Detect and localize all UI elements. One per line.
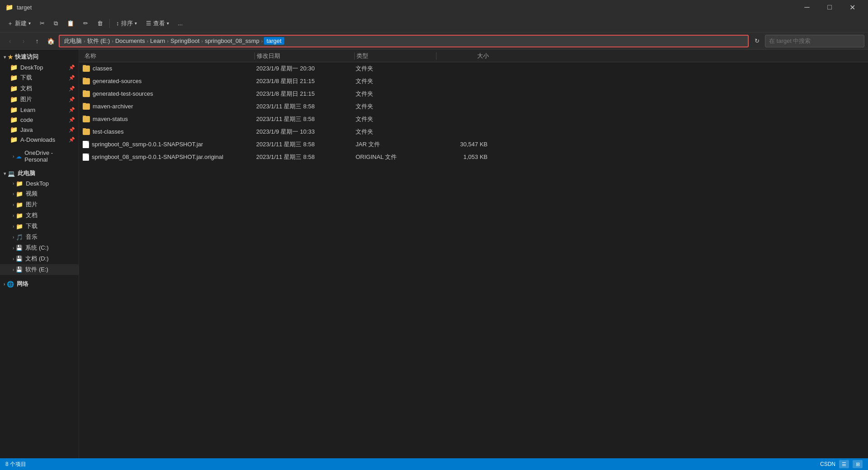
rename-icon: ✏	[83, 20, 88, 27]
sidebar-thispc-music[interactable]: › 🎵 音乐	[0, 232, 79, 242]
folder-icon-maven-status	[83, 116, 90, 122]
sidebar-item-learn[interactable]: 📁 Learn 📌	[0, 105, 79, 115]
thispc-drive-d-icon: 💾	[16, 256, 23, 262]
table-row[interactable]: test-classes 2023/1/9 星期一 10:33 文件夹	[79, 126, 868, 138]
search-input[interactable]	[765, 35, 864, 47]
minimize-button[interactable]: ─	[797, 0, 817, 14]
breadcrumb-learn[interactable]: Learn	[149, 37, 166, 44]
more-button[interactable]: ...	[174, 18, 187, 28]
sidebar-item-code[interactable]: 📁 code 📌	[0, 115, 79, 125]
file-date: 2023/1/11 星期三 8:58	[254, 140, 354, 149]
file-name-text: generated-test-sources	[93, 90, 153, 97]
column-date[interactable]: 修改日期	[255, 52, 354, 60]
sidebar-thispc-desktop[interactable]: › 📁 DeskTop	[0, 179, 79, 188]
sidebar-thispc-header[interactable]: ▾ 💻 此电脑	[0, 168, 79, 179]
breadcrumb-documents[interactable]: Documents	[114, 37, 146, 44]
maximize-button[interactable]: □	[819, 0, 840, 14]
forward-button[interactable]: ›	[17, 35, 30, 47]
network-icon: 🌐	[7, 281, 14, 288]
pin-icon-code: 📌	[69, 117, 75, 123]
sidebar-item-desktop[interactable]: 📁 DeskTop 📌	[0, 62, 79, 72]
table-row[interactable]: classes 2023/1/9 星期一 20:30 文件夹	[79, 62, 868, 75]
column-size[interactable]: 大小	[436, 52, 491, 60]
thispc-video-icon: 📁	[16, 191, 23, 197]
table-row[interactable]: generated-test-sources 2023/1/8 星期日 21:1…	[79, 88, 868, 100]
network-chevron-icon: ›	[4, 282, 5, 287]
thispc-chevron-icon: ▾	[4, 171, 6, 176]
pin-icon-downloads: 📌	[69, 75, 75, 81]
thispc-drive-e-expand-icon: ›	[13, 267, 14, 272]
thispc-drive-d-label: 文档 (D:)	[25, 255, 48, 263]
sidebar-item-pictures[interactable]: 📁 图片 📌	[0, 94, 79, 105]
thispc-drive-d-expand-icon: ›	[13, 256, 14, 261]
sidebar-item-docs[interactable]: 📁 文档 📌	[0, 83, 79, 94]
close-button[interactable]: ✕	[842, 0, 863, 14]
sidebar-onedrive[interactable]: › ☁ OneDrive - Personal	[0, 148, 79, 164]
sidebar-item-java[interactable]: 📁 Java 📌	[0, 125, 79, 135]
learn-folder-icon: 📁	[10, 106, 18, 113]
up-button[interactable]: ↑	[31, 35, 43, 47]
sort-chevron-icon: ▾	[135, 21, 137, 26]
view-button[interactable]: ☰ 查看 ▾	[142, 18, 173, 29]
table-row[interactable]: springboot_08_ssmp-0.0.1-SNAPSHOT.jar 20…	[79, 138, 868, 151]
breadcrumb-target[interactable]: target	[264, 37, 284, 45]
paste-button[interactable]: 📋	[63, 18, 78, 28]
folder-icon-generated-test-sources	[83, 91, 90, 97]
file-type: 文件夹	[354, 102, 435, 111]
table-row[interactable]: generated-sources 2023/1/8 星期日 21:15 文件夹	[79, 75, 868, 88]
back-button[interactable]: ‹	[4, 35, 16, 47]
thispc-docs-label: 文档	[26, 211, 38, 219]
rename-button[interactable]: ✏	[80, 18, 92, 28]
sidebar-network-header[interactable]: › 🌐 网络	[0, 279, 79, 289]
new-button[interactable]: ＋ 新建 ▾	[4, 18, 34, 29]
file-date: 2023/1/11 星期三 8:58	[254, 153, 354, 161]
downloads-folder-icon: 📁	[10, 74, 18, 81]
list-view-button[interactable]: ☰	[839, 460, 849, 468]
pin-icon-java: 📌	[69, 127, 75, 133]
table-row[interactable]: maven-archiver 2023/1/11 星期三 8:58 文件夹	[79, 100, 868, 113]
sidebar-thispc-drive-c[interactable]: › 💾 系统 (C:)	[0, 242, 79, 253]
sidebar-thispc-drive-d[interactable]: › 💾 文档 (D:)	[0, 253, 79, 264]
sidebar-thispc-pictures[interactable]: › 📁 图片	[0, 199, 79, 210]
toolbar-separator	[109, 19, 110, 28]
sidebar-item-a-downloads[interactable]: 📁 A-Downloads 📌	[0, 135, 79, 144]
file-type: 文件夹	[354, 65, 435, 73]
home-button[interactable]: 🏠	[44, 35, 57, 47]
sidebar-thispc-docs[interactable]: › 📁 文档	[0, 210, 79, 221]
thispc-drive-c-label: 系统 (C:)	[25, 244, 48, 252]
refresh-button[interactable]: ↻	[751, 35, 763, 47]
onedrive-label: OneDrive - Personal	[24, 149, 75, 163]
breadcrumb-drive-e[interactable]: 软件 (E:)	[86, 37, 111, 45]
file-date: 2023/1/9 星期一 20:30	[254, 65, 354, 73]
file-date: 2023/1/8 星期日 21:15	[254, 77, 354, 85]
sort-button[interactable]: ↕ 排序 ▾	[113, 18, 141, 29]
file-type: 文件夹	[354, 77, 435, 85]
folder-icon-generated-sources	[83, 78, 90, 84]
column-type[interactable]: 类型	[355, 52, 436, 60]
column-name[interactable]: 名称	[83, 52, 254, 60]
file-name-text: springboot_08_ssmp-0.0.1-SNAPSHOT.jar	[92, 141, 203, 148]
copy-button[interactable]: ⧉	[50, 18, 61, 29]
breadcrumb-springboot[interactable]: SpringBoot	[169, 37, 200, 44]
sidebar-item-downloads[interactable]: 📁 下载 📌	[0, 72, 79, 83]
file-name-text: maven-status	[93, 116, 128, 122]
delete-button[interactable]: 🗑	[94, 18, 107, 28]
file-name-text: maven-archiver	[93, 103, 133, 110]
sidebar-thispc-video[interactable]: › 📁 视频	[0, 188, 79, 199]
folder-icon-maven-archiver	[83, 103, 90, 110]
breadcrumb-this-pc[interactable]: 此电脑	[63, 37, 83, 45]
table-row[interactable]: maven-status 2023/1/11 星期三 8:58 文件夹	[79, 113, 868, 126]
sidebar-thispc-drive-e[interactable]: › 💾 软件 (E:)	[0, 264, 79, 275]
delete-icon: 🗑	[97, 20, 103, 27]
breadcrumb-springboot-ssmp[interactable]: springboot_08_ssmp	[204, 37, 260, 44]
thispc-music-icon: 🎵	[16, 234, 23, 241]
file-name-text: test-classes	[93, 128, 124, 135]
cut-button[interactable]: ✂	[36, 18, 48, 28]
table-row[interactable]: springboot_08_ssmp-0.0.1-SNAPSHOT.jar.or…	[79, 151, 868, 163]
grid-view-button[interactable]: ⊞	[853, 460, 863, 468]
sidebar-quick-access-header[interactable]: ▾ ★ 快速访问	[0, 51, 79, 62]
onedrive-expand-icon: ›	[13, 154, 14, 159]
file-date: 2023/1/9 星期一 10:33	[254, 128, 354, 136]
file-type: ORIGINAL 文件	[354, 153, 435, 161]
sidebar-thispc-downloads[interactable]: › 📁 下载	[0, 221, 79, 232]
